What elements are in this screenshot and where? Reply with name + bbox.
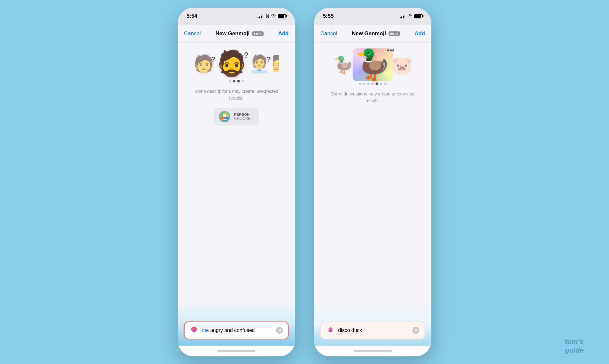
bottom-area-left: me angry and confused ✕ bbox=[178, 302, 295, 346]
question-mark-3: ? bbox=[267, 55, 271, 63]
dot-r2 bbox=[363, 83, 365, 85]
add-button-right[interactable]: Add bbox=[415, 30, 425, 37]
left-phone: 5:54 ⌘ bbox=[178, 8, 295, 356]
nav-title-left: New Genmoji bbox=[215, 30, 250, 37]
home-indicator-right bbox=[314, 346, 431, 356]
cancel-button-right[interactable]: Cancel bbox=[320, 30, 337, 37]
clear-button-right[interactable]: ✕ bbox=[412, 327, 419, 334]
dot-3 bbox=[237, 80, 240, 82]
avatar-item-right-left: 🧑‍💼 ? bbox=[249, 55, 270, 72]
toms-guide-line1: tom's bbox=[565, 338, 584, 346]
dot-r6 bbox=[380, 83, 382, 85]
avatar-item-pig: 🐷 bbox=[392, 56, 412, 73]
genmoji-search-icon-right bbox=[326, 326, 335, 335]
page-dots-left bbox=[229, 80, 244, 82]
toms-guide-watermark: tom's guide bbox=[565, 338, 584, 354]
warning-text-right: Some descriptions may create unexpected … bbox=[314, 91, 431, 104]
status-bar-right: 5:55 bbox=[314, 8, 431, 25]
person-avatar bbox=[219, 111, 230, 122]
right-phone: 5:55 bbox=[314, 8, 431, 356]
avatar-item-duck: 🦆 bbox=[333, 56, 354, 73]
avatar-section-right: 🦆 🦆 ••• 🐷 bbox=[314, 42, 431, 110]
person-chooser[interactable]: PERSON CHOOSE... bbox=[214, 108, 259, 126]
wifi-icon-left: ⌘ bbox=[265, 14, 276, 19]
beta-badge-left: BETA bbox=[252, 31, 264, 36]
battery-icon-right bbox=[414, 14, 422, 18]
status-bar-left: 5:54 ⌘ bbox=[178, 8, 295, 25]
dot-r4 bbox=[371, 83, 374, 85]
more-dots-icon: ••• bbox=[387, 47, 395, 55]
avatar-section-left: 🧑 ? 🧔 ? 🧑‍💼 ? 🧑 bbox=[178, 42, 295, 132]
avatar-item-partial-left: 🧑 ? bbox=[193, 55, 214, 72]
bottom-area-right: disco duck ✕ bbox=[314, 302, 431, 346]
avatar-item-main-left[interactable]: 🧔 ? bbox=[216, 51, 247, 76]
status-icons-right bbox=[400, 13, 422, 19]
main-content-left bbox=[178, 132, 295, 302]
dot-r3 bbox=[367, 83, 370, 85]
title-area-left: New Genmoji BETA bbox=[215, 30, 264, 37]
search-text-left: me angry and confused bbox=[202, 328, 273, 333]
person-label-top: PERSON bbox=[234, 113, 254, 116]
search-highlight: me bbox=[202, 328, 209, 333]
person-label-bottom: CHOOSE... bbox=[234, 116, 254, 121]
signal-icon-left bbox=[258, 14, 263, 18]
wifi-icon-right bbox=[407, 13, 412, 19]
dot-4 bbox=[242, 80, 244, 82]
cancel-button-left[interactable]: Cancel bbox=[184, 30, 201, 37]
avatar-item-disco-duck[interactable]: 🦆 ••• bbox=[355, 50, 391, 79]
question-mark-1: ? bbox=[211, 55, 215, 63]
search-text-right: disco duck bbox=[338, 328, 409, 333]
question-mark-2: ? bbox=[244, 51, 249, 60]
dot-r1 bbox=[359, 83, 361, 85]
person-label: PERSON CHOOSE... bbox=[234, 113, 254, 121]
clear-button-left[interactable]: ✕ bbox=[276, 327, 283, 334]
svg-point-1 bbox=[223, 114, 226, 117]
home-bar-right bbox=[354, 350, 392, 352]
search-bar-left[interactable]: me angry and confused ✕ bbox=[184, 322, 289, 339]
status-time-right: 5:55 bbox=[323, 13, 334, 19]
battery-icon-left bbox=[278, 14, 286, 18]
nav-bar-left: Cancel New Genmoji BETA Add bbox=[178, 25, 295, 42]
dot-1 bbox=[229, 80, 231, 82]
status-icons-left: ⌘ bbox=[258, 14, 286, 19]
warning-text-left: Some descriptions may create unexpected … bbox=[178, 88, 295, 101]
nav-bar-right: Cancel New Genmoji BETA Add bbox=[314, 25, 431, 42]
avatar-emoji-pig: 🐷 bbox=[392, 56, 412, 73]
home-indicator-left bbox=[178, 346, 295, 356]
avatar-item-far-right: 🧑 bbox=[273, 55, 279, 72]
main-content-right bbox=[314, 110, 431, 302]
nav-title-right: New Genmoji bbox=[352, 30, 386, 37]
search-rest: angry and confused bbox=[209, 328, 255, 333]
home-bar-left bbox=[217, 350, 255, 352]
toms-guide-line2: guide bbox=[565, 346, 584, 354]
status-time-left: 5:54 bbox=[187, 13, 197, 19]
dot-r5 bbox=[376, 82, 378, 85]
add-button-left[interactable]: Add bbox=[278, 30, 289, 37]
signal-icon-right bbox=[400, 14, 405, 18]
beta-badge-right: BETA bbox=[389, 31, 400, 36]
search-bar-right[interactable]: disco duck ✕ bbox=[320, 322, 425, 339]
avatar-row-left: 🧑 ? 🧔 ? 🧑‍💼 ? 🧑 bbox=[178, 52, 295, 75]
genmoji-search-icon-left bbox=[190, 326, 199, 335]
avatar-emoji-2: 🧔 bbox=[216, 51, 247, 76]
avatar-row-right: 🦆 🦆 ••• 🐷 bbox=[314, 52, 431, 77]
page-dots-right bbox=[359, 82, 386, 85]
dot-2 bbox=[233, 80, 235, 82]
avatar-emoji-disco: 🦆 bbox=[355, 50, 391, 79]
avatar-emoji-4: 🧑 bbox=[273, 55, 279, 72]
dot-r7 bbox=[384, 83, 386, 85]
avatar-emoji-duck: 🦆 bbox=[333, 56, 354, 73]
title-area-right: New Genmoji BETA bbox=[352, 30, 400, 37]
